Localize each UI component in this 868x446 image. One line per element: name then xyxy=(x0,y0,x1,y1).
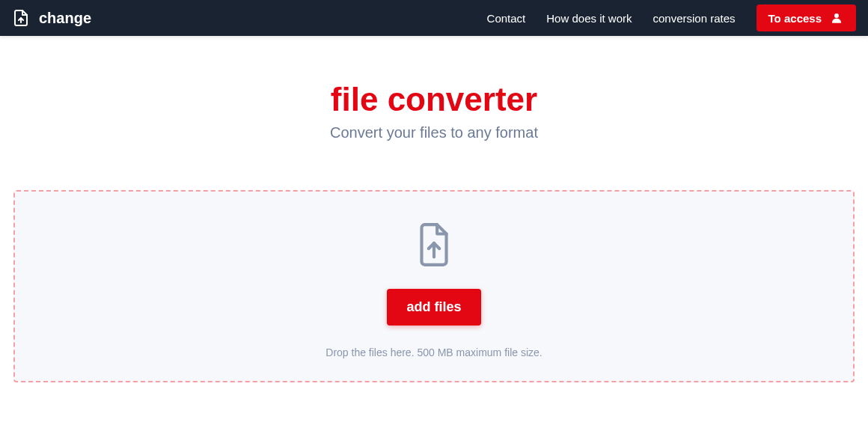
nav-link-conversion-rates[interactable]: conversion rates xyxy=(653,12,736,25)
main-nav: Contact How does it work conversion rate… xyxy=(487,4,856,31)
access-button-label: To access xyxy=(768,12,822,25)
file-upload-icon xyxy=(12,9,30,27)
access-button[interactable]: To access xyxy=(757,4,856,31)
file-upload-large-icon xyxy=(415,222,453,268)
page-subtitle: Convert your files to any format xyxy=(12,124,856,141)
app-header: change Contact How does it work conversi… xyxy=(0,0,868,36)
logo-section[interactable]: change xyxy=(12,9,91,27)
logo-text: change xyxy=(39,10,91,27)
dropzone-hint: Drop the files here. 500 MB maximum file… xyxy=(326,346,542,358)
main-content: file converter Convert your files to any… xyxy=(0,36,868,382)
page-title: file converter xyxy=(12,81,856,118)
file-dropzone[interactable]: add files Drop the files here. 500 MB ma… xyxy=(13,190,855,382)
nav-link-contact[interactable]: Contact xyxy=(487,12,526,25)
nav-link-how-it-works[interactable]: How does it work xyxy=(546,12,632,25)
person-icon xyxy=(829,10,844,25)
svg-point-1 xyxy=(834,13,839,18)
add-files-button[interactable]: add files xyxy=(387,289,480,326)
